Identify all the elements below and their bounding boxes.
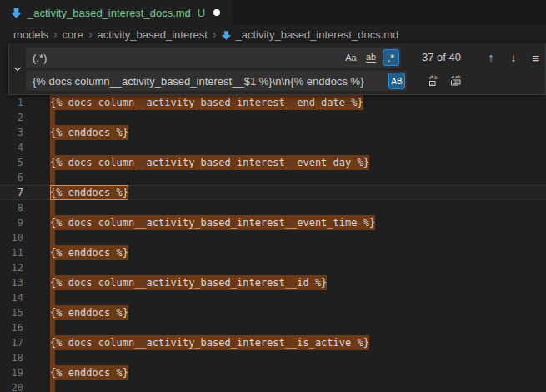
line-number: 12 (0, 260, 23, 275)
breadcrumb-item-core[interactable]: core (63, 28, 83, 41)
gutter[interactable]: 6 (0, 170, 50, 185)
code-content[interactable] (50, 110, 546, 125)
code-content[interactable]: {% enddocs %} (50, 365, 546, 380)
find-match-highlight: {% docs column__activity_based_interest_… (50, 335, 369, 350)
find-match-highlight-empty (50, 140, 55, 155)
find-match-highlight-empty (50, 350, 55, 365)
code-line[interactable]: 6 (0, 170, 546, 185)
find-match-highlight-empty (50, 110, 55, 125)
regex-button[interactable]: .* (383, 49, 399, 66)
code-line[interactable]: 4 (0, 140, 546, 155)
find-match-highlight: {% docs column__activity_based_interest_… (50, 275, 327, 290)
line-number: 3 (0, 125, 23, 140)
line-number: 9 (0, 215, 23, 230)
match-case-button[interactable]: Aa (343, 49, 359, 66)
gutter[interactable]: 9 (0, 215, 50, 230)
code-line[interactable]: 13{% docs column__activity_based_interes… (0, 275, 546, 290)
modified-dot-icon[interactable] (213, 9, 220, 16)
code-line[interactable]: 5{% docs column__activity_based_interest… (0, 155, 546, 170)
editor-pane[interactable]: 1{% docs column__activity_based_interest… (0, 43, 546, 392)
code-content[interactable] (50, 260, 546, 275)
code-line[interactable]: 8 (0, 200, 546, 215)
line-number: 19 (0, 365, 23, 380)
code-line[interactable]: 20 (0, 380, 546, 392)
whole-word-button[interactable]: ab (363, 49, 379, 66)
line-number: 18 (0, 350, 23, 365)
code-content[interactable]: {% docs column__activity_based_interest_… (50, 275, 546, 290)
gutter[interactable]: 17 (0, 335, 50, 350)
gutter[interactable]: 13 (0, 275, 50, 290)
code-content[interactable]: {% enddocs %} (50, 305, 546, 320)
code-line[interactable]: 18 (0, 350, 546, 365)
code-line[interactable]: 12 (0, 260, 546, 275)
line-number: 16 (0, 320, 23, 335)
breadcrumb-item-models[interactable]: models (13, 28, 48, 41)
toggle-replace-button[interactable] (9, 43, 26, 94)
code-line[interactable]: 11{% enddocs %} (0, 245, 546, 260)
code-line[interactable]: 2 (0, 110, 546, 125)
line-number: 7 (0, 185, 23, 200)
code-content[interactable] (50, 140, 546, 155)
code-content[interactable] (50, 380, 546, 392)
gutter[interactable]: 16 (0, 320, 50, 335)
code-line[interactable]: 17{% docs column__activity_based_interes… (0, 335, 546, 350)
code-content[interactable]: {% docs column__activity_based_interest_… (50, 95, 546, 110)
code-content[interactable]: {% docs column__activity_based_interest_… (50, 215, 546, 230)
gutter[interactable]: 14 (0, 290, 50, 305)
gutter[interactable]: 10 (0, 230, 50, 245)
breadcrumb-item-activity-based-interest[interactable]: activity_based_interest (98, 28, 208, 41)
replace-input[interactable] (26, 71, 407, 91)
gutter[interactable]: 8 (0, 200, 50, 215)
code-area[interactable]: 1{% docs column__activity_based_interest… (0, 95, 546, 392)
previous-match-button[interactable]: ↑ (483, 49, 499, 66)
find-match-highlight-empty (50, 230, 55, 245)
svg-text:ac: ac (454, 79, 459, 84)
gutter[interactable]: 20 (0, 380, 50, 392)
gutter[interactable]: 12 (0, 260, 50, 275)
code-line[interactable]: 14 (0, 290, 546, 305)
code-content[interactable] (50, 170, 546, 185)
gutter[interactable]: 18 (0, 350, 50, 365)
code-line[interactable]: 7{% enddocs %} (0, 185, 546, 200)
tab-filename: _activity_based_interest_docs.md (28, 7, 191, 19)
gutter[interactable]: 3 (0, 125, 50, 140)
code-content[interactable]: {% enddocs %} (50, 185, 546, 200)
breadcrumb-item--activity-based-interest-docs-md[interactable]: _activity_based_interest_docs.md (235, 28, 398, 41)
gutter[interactable]: 11 (0, 245, 50, 260)
gutter[interactable]: 15 (0, 305, 50, 320)
code-content[interactable] (50, 290, 546, 305)
code-content[interactable] (50, 230, 546, 245)
preserve-case-button[interactable]: AB (388, 73, 405, 89)
chevron-down-icon (13, 64, 23, 74)
breadcrumb-separator-icon: › (213, 28, 217, 40)
gutter[interactable]: 2 (0, 110, 50, 125)
breadcrumb-separator-icon: › (53, 28, 58, 40)
tab-activity-docs[interactable]: _activity_based_interest_docs.md U (0, 0, 233, 25)
code-content[interactable] (50, 350, 546, 365)
code-line[interactable]: 19{% enddocs %} (0, 365, 546, 380)
code-content[interactable] (50, 200, 546, 215)
code-content[interactable]: {% enddocs %} (50, 125, 546, 140)
code-line[interactable]: 9{% docs column__activity_based_interest… (0, 215, 546, 230)
code-content[interactable]: {% docs column__activity_based_interest_… (50, 155, 546, 170)
code-line[interactable]: 3{% enddocs %} (0, 125, 546, 140)
gutter[interactable]: 1 (0, 95, 50, 110)
code-line[interactable]: 10 (0, 230, 546, 245)
line-number: 8 (0, 200, 23, 215)
code-content[interactable]: {% enddocs %} (50, 245, 546, 260)
find-in-selection-button[interactable]: ≡ (528, 49, 544, 66)
code-line[interactable]: 15{% enddocs %} (0, 305, 546, 320)
code-content[interactable] (50, 320, 546, 335)
gutter[interactable]: 7 (0, 185, 50, 200)
gutter[interactable]: 4 (0, 140, 50, 155)
replace-button[interactable]: b c (426, 73, 443, 89)
code-line[interactable]: 1{% docs column__activity_based_interest… (0, 95, 546, 110)
line-number: 15 (0, 305, 23, 320)
breadcrumb: models›core›activity_based_interest›_act… (0, 25, 546, 43)
replace-all-button[interactable]: ab ac (448, 73, 464, 89)
gutter[interactable]: 19 (0, 365, 50, 380)
next-match-button[interactable]: ↓ (505, 49, 522, 66)
code-content[interactable]: {% docs column__activity_based_interest_… (50, 335, 546, 350)
code-line[interactable]: 16 (0, 320, 546, 335)
gutter[interactable]: 5 (0, 155, 50, 170)
